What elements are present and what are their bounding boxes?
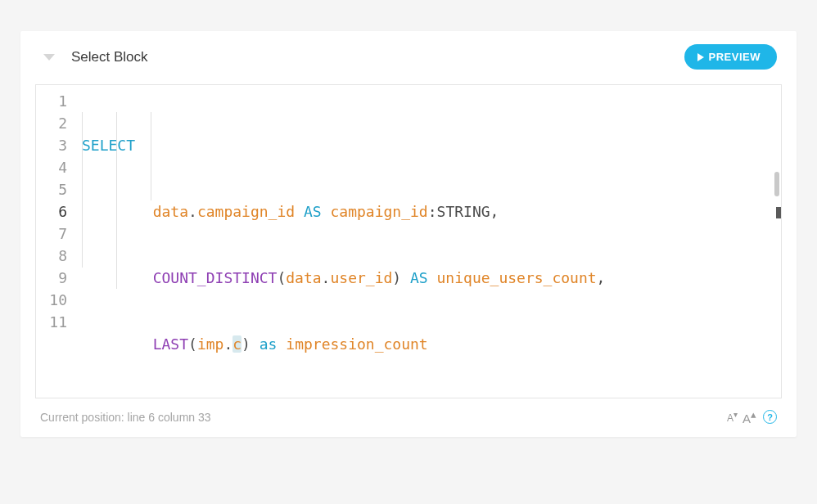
line-number-gutter: 1 2 3 4 5 6 7 8 9 10 11 bbox=[36, 85, 75, 398]
line-number: 8 bbox=[36, 245, 67, 267]
code-editor[interactable]: 1 2 3 4 5 6 7 8 9 10 11 SELECT data.camp… bbox=[35, 84, 782, 398]
font-size-decrease-button[interactable]: A▾ bbox=[727, 410, 738, 424]
line-number: 9 bbox=[36, 267, 67, 289]
line-number: 4 bbox=[36, 156, 67, 178]
preview-button-label: PREVIEW bbox=[709, 51, 761, 63]
help-icon[interactable]: ? bbox=[763, 410, 777, 424]
code-line: LAST(imp.c) as impression_count bbox=[80, 333, 781, 355]
code-line: COUNT_DISTINCT(data.user_id) AS unique_u… bbox=[80, 267, 781, 289]
line-number: 11 bbox=[36, 311, 67, 333]
code-line: SELECT bbox=[80, 134, 781, 156]
line-number: 5 bbox=[36, 178, 67, 200]
collapse-icon[interactable] bbox=[43, 54, 55, 61]
line-number: 10 bbox=[36, 289, 67, 311]
preview-button[interactable]: PREVIEW bbox=[684, 44, 777, 70]
panel-header: Select Block PREVIEW bbox=[20, 31, 797, 79]
cursor-marker bbox=[776, 207, 781, 218]
code-content[interactable]: SELECT data.campaign_id AS campaign_id:S… bbox=[75, 85, 781, 398]
line-number: 2 bbox=[36, 112, 67, 134]
play-icon bbox=[697, 53, 704, 61]
cursor-position-text: Current position: line 6 column 33 bbox=[40, 411, 211, 424]
editor-footer: Current position: line 6 column 33 A▾ A▴… bbox=[35, 398, 782, 437]
scrollbar-thumb[interactable] bbox=[774, 172, 779, 196]
line-number: 1 bbox=[36, 90, 67, 112]
line-number: 6 bbox=[36, 200, 67, 223]
line-number: 3 bbox=[36, 134, 67, 156]
line-number: 7 bbox=[36, 223, 67, 245]
code-line: data.campaign_id AS campaign_id:STRING, bbox=[80, 200, 781, 223]
select-block-panel: Select Block PREVIEW 1 2 3 4 5 6 7 8 9 1… bbox=[20, 31, 797, 437]
font-size-increase-button[interactable]: A▴ bbox=[743, 408, 756, 425]
panel-title: Select Block bbox=[71, 49, 684, 65]
